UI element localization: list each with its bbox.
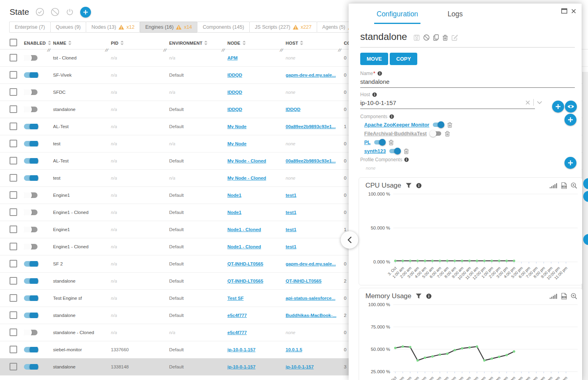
- node-link[interactable]: Node1: [227, 210, 241, 215]
- enable-all-icon[interactable]: [36, 8, 44, 16]
- sort-icon[interactable]: [48, 41, 51, 45]
- row-checkbox[interactable]: [10, 226, 17, 233]
- host-link[interactable]: test1: [286, 193, 296, 198]
- tab-logs[interactable]: Logs: [445, 10, 465, 24]
- power-icon[interactable]: [66, 8, 74, 16]
- bar-chart-icon[interactable]: [550, 183, 557, 188]
- component-toggle[interactable]: [433, 123, 444, 127]
- zoom-in-icon[interactable]: [571, 293, 577, 299]
- csv-export-icon[interactable]: CSV: [561, 293, 567, 299]
- expand-window-icon[interactable]: [561, 8, 567, 14]
- row-checkbox[interactable]: [10, 140, 17, 147]
- copy-button[interactable]: COPY: [390, 53, 417, 65]
- row-checkbox[interactable]: [10, 277, 17, 285]
- host-link[interactable]: api-status-salesforce...: [286, 296, 335, 301]
- select-all-checkbox[interactable]: [10, 39, 17, 46]
- tab-configuration[interactable]: Configuration: [374, 10, 420, 24]
- enabled-toggle[interactable]: [24, 244, 37, 249]
- enabled-toggle[interactable]: [24, 72, 37, 78]
- node-link[interactable]: IDDQD: [227, 90, 242, 95]
- row-checkbox[interactable]: [10, 363, 17, 370]
- bar-chart-icon[interactable]: [550, 293, 557, 299]
- add-profile-component-button[interactable]: [564, 157, 576, 169]
- enabled-toggle[interactable]: [24, 124, 37, 129]
- disable-all-icon[interactable]: [51, 8, 59, 16]
- column-header-name[interactable]: NAME: [53, 37, 111, 49]
- trash-icon[interactable]: [447, 122, 452, 128]
- trash-icon[interactable]: [404, 148, 409, 154]
- node-link[interactable]: QT-INHD-LT0565: [227, 279, 263, 283]
- filter-icon[interactable]: [406, 183, 412, 188]
- host-input[interactable]: ip-10-0-1-157: [360, 97, 535, 109]
- csv-export-icon[interactable]: CSV: [561, 182, 567, 189]
- host-link[interactable]: ip-10-0-1-157: [286, 364, 314, 369]
- view-host-button[interactable]: [565, 101, 577, 113]
- host-link[interactable]: test1: [286, 227, 296, 232]
- name-field[interactable]: Name* standalone: [360, 71, 575, 88]
- node-link[interactable]: Node1 - Cloned: [227, 227, 261, 232]
- delete-icon[interactable]: [442, 35, 448, 41]
- node-link[interactable]: Test SF: [227, 296, 244, 301]
- save-icon[interactable]: [414, 35, 420, 41]
- row-checkbox[interactable]: [10, 54, 17, 61]
- add-component-button[interactable]: [564, 114, 576, 126]
- enabled-toggle[interactable]: [24, 158, 37, 164]
- row-checkbox[interactable]: [10, 243, 17, 250]
- move-button[interactable]: MOVE: [360, 53, 388, 65]
- node-link[interactable]: e5c4f777: [227, 330, 247, 335]
- row-checkbox[interactable]: [10, 208, 17, 216]
- host-link[interactable]: IDDQD: [286, 107, 300, 112]
- tab-js-scripts-227[interactable]: JS Scripts (227)x227: [249, 22, 317, 33]
- tab-queues-9[interactable]: Queues (9): [50, 22, 87, 33]
- node-link[interactable]: My Node - Cloned: [227, 176, 266, 180]
- enabled-toggle[interactable]: [24, 210, 37, 215]
- host-link[interactable]: Buddhikas-MacBook-...: [286, 313, 336, 318]
- node-link[interactable]: QT-INHD-LT0565: [227, 261, 263, 266]
- host-link[interactable]: test1: [286, 244, 296, 249]
- enabled-toggle[interactable]: [24, 364, 37, 370]
- row-checkbox[interactable]: [10, 157, 17, 164]
- component-toggle[interactable]: [389, 149, 400, 153]
- enabled-toggle[interactable]: [24, 330, 37, 335]
- sort-icon[interactable]: [204, 41, 207, 45]
- host-link[interactable]: QT-INHD-LT0565: [286, 279, 322, 283]
- row-checkbox[interactable]: [10, 105, 17, 113]
- row-checkbox[interactable]: [10, 311, 17, 319]
- node-link[interactable]: ip-10-0-1-157: [227, 347, 255, 352]
- column-header-host[interactable]: HOST: [286, 37, 344, 49]
- component-link[interactable]: FileArchival-BuddhikaTest: [364, 131, 427, 137]
- enabled-toggle[interactable]: [24, 278, 37, 284]
- add-host-button[interactable]: [552, 101, 564, 113]
- node-link[interactable]: IDDQD: [227, 73, 242, 77]
- node-link[interactable]: IDDQD: [227, 107, 242, 112]
- sort-icon[interactable]: [120, 41, 124, 45]
- enabled-toggle[interactable]: [24, 141, 37, 146]
- component-link[interactable]: PL: [364, 140, 371, 145]
- tab-nodes-13[interactable]: Nodes (13)x12: [86, 22, 140, 33]
- row-checkbox[interactable]: [10, 329, 17, 336]
- edit-icon[interactable]: [452, 34, 458, 41]
- close-icon[interactable]: [571, 9, 576, 14]
- filter-icon[interactable]: [416, 293, 422, 299]
- clear-icon[interactable]: [525, 100, 530, 105]
- tab-components-145[interactable]: Components (145): [197, 22, 250, 33]
- enabled-toggle[interactable]: [24, 55, 37, 61]
- row-checkbox[interactable]: [10, 71, 17, 79]
- enabled-toggle[interactable]: [24, 175, 37, 181]
- enabled-toggle[interactable]: [24, 227, 37, 232]
- chevron-down-icon[interactable]: [537, 101, 542, 104]
- host-link[interactable]: 00a89ee2b9893c93e1...: [286, 158, 335, 163]
- host-field[interactable]: Host ip-10-0-1-157: [360, 92, 575, 109]
- info-icon[interactable]: [426, 293, 432, 299]
- node-link[interactable]: e5c4f777: [227, 313, 247, 318]
- enabled-toggle[interactable]: [24, 192, 37, 198]
- column-header-environment[interactable]: ENVIRONMENT: [169, 37, 227, 49]
- info-icon[interactable]: [416, 183, 422, 188]
- node-link[interactable]: Node1 - Cloned: [227, 244, 261, 249]
- add-engine-button[interactable]: [80, 7, 91, 18]
- host-link[interactable]: gapm-dev-ed.my.sale...: [286, 261, 336, 266]
- node-link[interactable]: ip-10-0-1-157: [227, 364, 255, 369]
- component-link[interactable]: synth123: [364, 148, 386, 154]
- sort-icon[interactable]: [68, 41, 71, 45]
- zoom-in-icon[interactable]: [571, 182, 577, 189]
